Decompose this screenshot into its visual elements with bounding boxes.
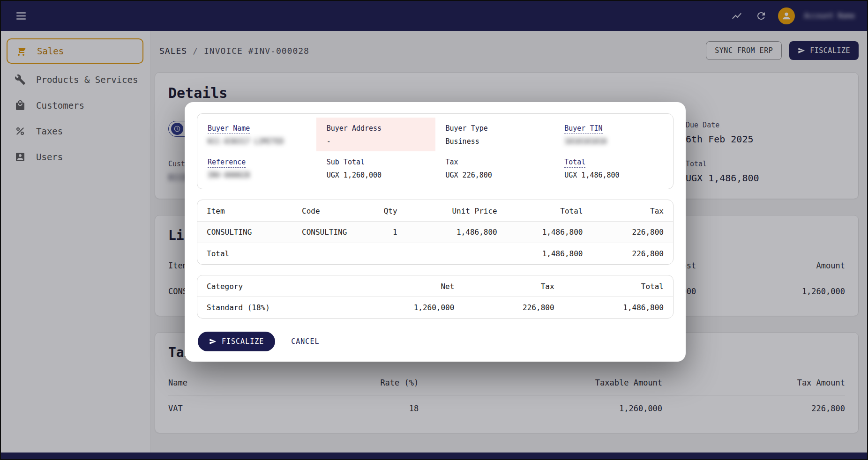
total-row-tax: 226,800 — [592, 243, 673, 265]
col-net: Net — [368, 275, 464, 297]
fiscalize-confirm-button-label: FISCALIZE — [222, 337, 264, 346]
modal-total-field: Total UGX 1,486,800 — [554, 151, 673, 185]
modal-category-table: Category Net Tax Total Standard (18%) 1,… — [197, 275, 673, 318]
tax-label: Tax — [446, 158, 544, 166]
buyer-type-value: Business — [446, 137, 544, 146]
col-total: Total — [507, 200, 592, 222]
table-row: CONSULTING CONSULTING 1 1,486,800 1,486,… — [197, 222, 673, 243]
modal-items-table: Item Code Qty Unit Price Total Tax CONSU… — [197, 200, 673, 264]
col-code: Code — [292, 200, 359, 222]
total-row-label: Total — [197, 243, 292, 265]
modal-category-box: Category Net Tax Total Standard (18%) 1,… — [197, 275, 673, 319]
modal-actions: FISCALIZE CANCEL — [198, 332, 673, 351]
total-cell: 1,486,800 — [564, 297, 673, 319]
buyer-name-label: Buyer Name — [208, 124, 250, 134]
buyer-type-label: Buyer Type — [446, 124, 544, 133]
buyer-name-field: Buyer Name KCC-030317 LIMITED — [197, 118, 316, 151]
reference-value: INV-000028 — [208, 171, 306, 179]
col-tax: Tax — [464, 275, 563, 297]
empty-cell — [359, 243, 407, 265]
fiscalize-modal: Buyer Name KCC-030317 LIMITED Buyer Addr… — [185, 102, 686, 362]
table-header-row: Category Net Tax Total — [197, 275, 673, 297]
modal-items-box: Item Code Qty Unit Price Total Tax CONSU… — [197, 200, 673, 265]
tax-field: Tax UGX 226,800 — [435, 151, 554, 185]
col-unit-price: Unit Price — [407, 200, 507, 222]
col-total: Total — [564, 275, 673, 297]
item-cell: CONSULTING — [197, 222, 292, 243]
col-item: Item — [197, 200, 292, 222]
total-row-total: 1,486,800 — [507, 243, 592, 265]
modal-total-label: Total — [564, 158, 585, 168]
empty-cell — [292, 243, 359, 265]
col-category: Category — [197, 275, 368, 297]
buyer-address-label: Buyer Address — [327, 124, 425, 133]
buyer-address-field: Buyer Address - — [316, 118, 435, 151]
modal-total-value: UGX 1,486,800 — [564, 171, 663, 179]
fiscalize-confirm-button[interactable]: FISCALIZE — [198, 332, 275, 351]
unit-price-cell: 1,486,800 — [407, 222, 507, 243]
reference-label: Reference — [208, 158, 246, 168]
sub-total-label: Sub Total — [327, 158, 425, 166]
col-qty: Qty — [359, 200, 407, 222]
cancel-button[interactable]: CANCEL — [289, 334, 321, 349]
buyer-address-value: - — [327, 137, 425, 146]
qty-cell: 1 — [359, 222, 407, 243]
buyer-type-field: Buyer Type Business — [435, 118, 554, 151]
table-header-row: Item Code Qty Unit Price Total Tax — [197, 200, 673, 222]
buyer-tin-value: 1010101010 — [564, 137, 663, 146]
sub-total-value: UGX 1,260,000 — [327, 171, 425, 179]
tax-cell: 226,800 — [592, 222, 673, 243]
col-tax: Tax — [592, 200, 673, 222]
invoice-summary-box: Buyer Name KCC-030317 LIMITED Buyer Addr… — [197, 113, 673, 189]
net-cell: 1,260,000 — [368, 297, 464, 319]
buyer-tin-label: Buyer TIN — [564, 124, 602, 134]
send-icon — [209, 338, 217, 345]
tax-value: UGX 226,800 — [446, 171, 544, 179]
empty-cell — [407, 243, 507, 265]
code-cell: CONSULTING — [292, 222, 359, 243]
buyer-name-value: KCC-030317 LIMITED — [208, 137, 306, 146]
category-cell: Standard (18%) — [197, 297, 368, 319]
total-row: Total 1,486,800 226,800 — [197, 243, 673, 265]
table-row: Standard (18%) 1,260,000 226,800 1,486,8… — [197, 297, 673, 319]
total-cell: 1,486,800 — [507, 222, 592, 243]
reference-field: Reference INV-000028 — [197, 151, 316, 185]
app-window: Account Name Sales Products & Services C… — [0, 0, 868, 460]
buyer-tin-field: Buyer TIN 1010101010 — [554, 118, 673, 151]
sub-total-field: Sub Total UGX 1,260,000 — [316, 151, 435, 185]
tax-cell: 226,800 — [464, 297, 563, 319]
